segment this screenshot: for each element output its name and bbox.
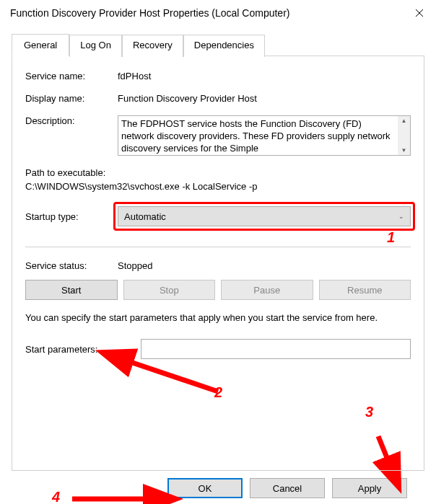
- tab-panel-general: Service name: fdPHost Display name: Func…: [12, 56, 424, 471]
- description-scrollbar[interactable]: ▲ ▼: [398, 116, 410, 155]
- chevron-down-icon: ⌄: [398, 213, 404, 220]
- start-button[interactable]: Start: [25, 280, 118, 300]
- window-title: Function Discovery Provider Host Propert…: [10, 7, 403, 19]
- label-startup-type: Startup type:: [25, 211, 118, 222]
- divider: [25, 247, 411, 247]
- scroll-down-icon[interactable]: ▼: [401, 147, 407, 154]
- apply-button[interactable]: Apply: [332, 478, 407, 498]
- description-text[interactable]: The FDPHOST service hosts the Function D…: [118, 116, 398, 155]
- cancel-button[interactable]: Cancel: [250, 478, 325, 498]
- description-box: The FDPHOST service hosts the Function D…: [118, 115, 411, 156]
- annotation-1: 1: [387, 229, 395, 246]
- resume-button: Resume: [319, 280, 411, 300]
- label-service-status: Service status:: [25, 260, 118, 271]
- value-path: C:\WINDOWS\system32\svchost.exe -k Local…: [25, 181, 411, 192]
- close-icon: [415, 9, 424, 17]
- annotation-2: 2: [214, 384, 222, 401]
- label-display-name: Display name:: [25, 93, 118, 104]
- value-display-name: Function Discovery Provider Host: [118, 93, 411, 104]
- tab-bar: General Log On Recovery Dependencies: [12, 33, 424, 56]
- label-service-name: Service name:: [25, 71, 118, 81]
- startup-type-select[interactable]: Automatic ⌄: [118, 206, 411, 226]
- tab-recovery[interactable]: Recovery: [122, 35, 183, 57]
- annotation-3: 3: [365, 404, 373, 420]
- close-button[interactable]: [403, 0, 436, 26]
- ok-button[interactable]: OK: [167, 478, 243, 498]
- hint-text: You can specify the start parameters tha…: [25, 311, 411, 324]
- pause-button: Pause: [221, 280, 313, 300]
- start-parameters-input[interactable]: [141, 339, 411, 359]
- startup-type-value: Automatic: [124, 211, 166, 222]
- label-path: Path to executable:: [25, 167, 411, 178]
- value-service-name: fdPHost: [118, 71, 411, 81]
- scroll-up-icon[interactable]: ▲: [401, 118, 407, 124]
- stop-button: Stop: [123, 280, 216, 300]
- tab-dependencies[interactable]: Dependencies: [183, 35, 265, 57]
- tab-general[interactable]: General: [12, 34, 69, 56]
- label-start-parameters: Start parameters:: [25, 344, 141, 355]
- value-service-status: Stopped: [118, 260, 411, 271]
- label-description: Description:: [25, 115, 118, 126]
- tab-logon[interactable]: Log On: [69, 35, 122, 57]
